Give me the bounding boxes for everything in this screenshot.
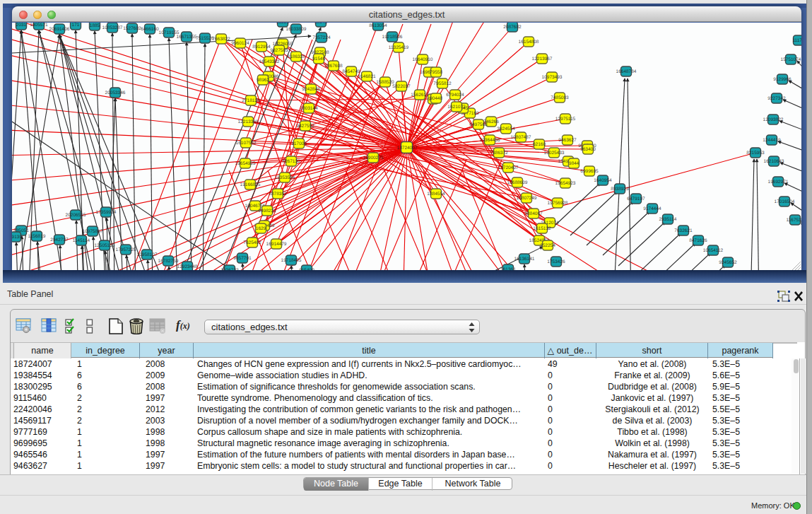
svg-text:9657791: 9657791 bbox=[233, 256, 252, 261]
svg-text:1615132: 1615132 bbox=[533, 226, 551, 231]
svg-text:1885: 1885 bbox=[90, 23, 100, 28]
svg-text:16136141: 16136141 bbox=[514, 257, 535, 262]
svg-text:7357224: 7357224 bbox=[312, 35, 331, 40]
svg-text:2935114: 2935114 bbox=[659, 217, 677, 222]
svg-text:8938923: 8938923 bbox=[611, 187, 629, 192]
svg-text:15751074: 15751074 bbox=[781, 57, 801, 62]
svg-text:1527602: 1527602 bbox=[123, 26, 141, 31]
svg-text:8186328: 8186328 bbox=[287, 54, 305, 59]
svg-text:9245652: 9245652 bbox=[719, 260, 737, 265]
svg-text:1621072: 1621072 bbox=[447, 105, 466, 110]
svg-text:10654112: 10654112 bbox=[703, 248, 724, 253]
svg-text:19218506: 19218506 bbox=[382, 35, 403, 40]
svg-text:9174444: 9174444 bbox=[643, 206, 661, 211]
svg-text:12093822: 12093822 bbox=[763, 117, 784, 122]
svg-text:1145114: 1145114 bbox=[73, 238, 90, 243]
svg-text:9960124: 9960124 bbox=[231, 41, 249, 46]
svg-text:19166825: 19166825 bbox=[240, 182, 261, 187]
svg-text:19654925: 19654925 bbox=[235, 161, 256, 166]
svg-text:10853287: 10853287 bbox=[102, 25, 123, 30]
svg-text:7955812: 7955812 bbox=[433, 81, 452, 86]
svg-text:6999695: 6999695 bbox=[580, 169, 599, 174]
svg-text:7386372: 7386372 bbox=[490, 151, 508, 156]
svg-text:11170: 11170 bbox=[792, 38, 801, 43]
svg-text:19654923: 19654923 bbox=[555, 181, 576, 186]
svg-text:2803144: 2803144 bbox=[300, 106, 318, 111]
svg-text:171: 171 bbox=[72, 23, 80, 28]
svg-text:1167533: 1167533 bbox=[787, 218, 801, 223]
svg-text:15720407: 15720407 bbox=[498, 165, 519, 170]
svg-text:12923448: 12923448 bbox=[177, 264, 198, 269]
svg-text:11325419: 11325419 bbox=[389, 45, 409, 50]
svg-text:6479197: 6479197 bbox=[627, 197, 645, 201]
svg-text:8613054: 8613054 bbox=[369, 23, 387, 28]
svg-text:12505135: 12505135 bbox=[95, 243, 115, 248]
svg-text:16782759: 16782759 bbox=[158, 259, 179, 264]
svg-text:1753426: 1753426 bbox=[547, 259, 565, 264]
svg-text:16107552: 16107552 bbox=[236, 141, 257, 146]
svg-text:10807487: 10807487 bbox=[511, 135, 531, 140]
svg-text:9427552: 9427552 bbox=[296, 124, 314, 129]
svg-text:8215953: 8215953 bbox=[746, 151, 765, 156]
svg-text:9146821: 9146821 bbox=[358, 74, 376, 79]
svg-text:1629: 1629 bbox=[256, 226, 266, 231]
svg-text:963400: 963400 bbox=[580, 147, 596, 152]
svg-text:11353594: 11353594 bbox=[275, 175, 295, 180]
svg-text:7663822: 7663822 bbox=[212, 37, 230, 42]
svg-text:16033809: 16033809 bbox=[286, 27, 307, 32]
svg-text:19756928: 19756928 bbox=[548, 201, 568, 206]
svg-text:62160: 62160 bbox=[533, 142, 546, 147]
svg-text:20053346: 20053346 bbox=[105, 90, 126, 95]
svg-text:917006: 917006 bbox=[291, 141, 307, 146]
svg-text:16671355: 16671355 bbox=[177, 35, 197, 40]
svg-text:8878352: 8878352 bbox=[269, 192, 287, 197]
svg-text:9463627: 9463627 bbox=[558, 138, 577, 143]
svg-text:2087682: 2087682 bbox=[503, 25, 522, 30]
svg-text:1244419: 1244419 bbox=[763, 138, 781, 143]
svg-text:17016504: 17016504 bbox=[775, 199, 795, 204]
svg-text:17359924: 17359924 bbox=[96, 210, 117, 215]
svg-text:10958107: 10958107 bbox=[137, 252, 158, 257]
svg-text:2031: 2031 bbox=[16, 23, 27, 28]
svg-text:10973493: 10973493 bbox=[542, 75, 563, 80]
svg-text:3624554: 3624554 bbox=[497, 127, 515, 132]
svg-text:18041: 18041 bbox=[314, 23, 327, 25]
svg-text:16543382: 16543382 bbox=[259, 59, 280, 64]
svg-text:79558: 79558 bbox=[430, 70, 442, 75]
svg-text:16210643: 16210643 bbox=[764, 159, 784, 164]
svg-text:17957225: 17957225 bbox=[116, 247, 136, 252]
svg-text:10688609: 10688609 bbox=[507, 180, 528, 185]
svg-text:7632621: 7632621 bbox=[674, 228, 693, 233]
svg-text:2718126: 2718126 bbox=[242, 98, 260, 103]
svg-text:8912954: 8912954 bbox=[252, 45, 271, 49]
svg-text:7515526: 7515526 bbox=[196, 36, 214, 41]
svg-text:252254: 252254 bbox=[540, 243, 555, 248]
svg-text:20206515: 20206515 bbox=[66, 213, 86, 218]
svg-text:7485003: 7485003 bbox=[551, 95, 569, 100]
svg-text:9884067: 9884067 bbox=[524, 211, 543, 216]
svg-text:12975115: 12975115 bbox=[555, 117, 576, 122]
svg-text:12213967: 12213967 bbox=[532, 57, 553, 62]
svg-text:16154808: 16154808 bbox=[519, 40, 539, 45]
svg-text:90448: 90448 bbox=[430, 96, 442, 101]
svg-text:6466160: 6466160 bbox=[141, 27, 159, 32]
svg-text:1884554: 1884554 bbox=[427, 192, 445, 197]
svg-text:9827503: 9827503 bbox=[270, 48, 288, 53]
svg-text:1562615: 1562615 bbox=[411, 93, 429, 98]
svg-text:98962: 98962 bbox=[257, 78, 269, 83]
svg-text:8267130: 8267130 bbox=[282, 159, 300, 164]
svg-text:15900275: 15900275 bbox=[363, 156, 384, 160]
svg-text:18724007: 18724007 bbox=[397, 146, 418, 151]
svg-text:6794024: 6794024 bbox=[446, 93, 464, 98]
svg-text:1640954: 1640954 bbox=[594, 178, 612, 183]
svg-text:15807249: 15807249 bbox=[517, 196, 537, 201]
svg-text:16648784: 16648784 bbox=[616, 69, 637, 74]
svg-text:2867608: 2867608 bbox=[324, 64, 343, 69]
svg-text:91546: 91546 bbox=[312, 57, 325, 62]
svg-text:9498222: 9498222 bbox=[258, 209, 276, 214]
svg-text:10025433: 10025433 bbox=[544, 151, 565, 156]
svg-text:1905571: 1905571 bbox=[30, 23, 48, 28]
svg-text:16231: 16231 bbox=[276, 23, 289, 25]
svg-text:16640910: 16640910 bbox=[413, 57, 433, 62]
svg-text:1588520: 1588520 bbox=[376, 80, 394, 85]
